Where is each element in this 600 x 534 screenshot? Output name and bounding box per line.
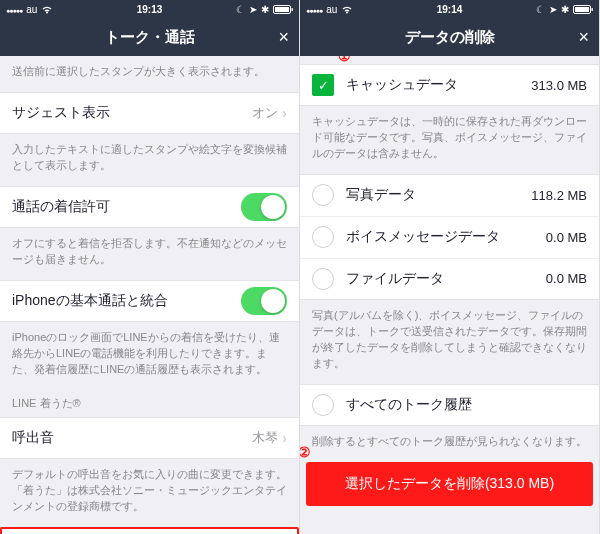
- radio-voice[interactable]: [312, 226, 334, 248]
- location-icon: ➤: [249, 4, 257, 15]
- desc-integration: iPhoneのロック画面でLINEからの着信を受けたり、連絡先からLINEの電話…: [0, 322, 299, 390]
- row-cache-data[interactable]: ✓ キャッシュデータ 313.0 MB: [300, 64, 599, 106]
- desc-ringtone: デフォルトの呼出音をお気に入りの曲に変更できます。「着うた」は株式会社ソニー・ミ…: [0, 459, 299, 527]
- row-all-history[interactable]: すべてのトーク履歴: [300, 384, 599, 426]
- row-value: 木琴: [252, 429, 278, 447]
- row-iphone-integration[interactable]: iPhoneの基本通話と統合: [0, 280, 299, 322]
- radio-cache[interactable]: ✓: [312, 74, 334, 96]
- carrier-label: au: [326, 4, 337, 15]
- row-delete-data[interactable]: データの削除 ›: [0, 527, 299, 534]
- row-label: ボイスメッセージデータ: [346, 228, 500, 246]
- status-time: 19:13: [137, 4, 163, 15]
- section-header-ringtone: LINE 着うた®: [0, 390, 299, 418]
- location-icon: ➤: [549, 4, 557, 15]
- desc-cache: キャッシュデータは、一時的に保存された再ダウンロード可能なデータです。写真、ボイ…: [300, 106, 599, 174]
- row-size: 118.2 MB: [531, 188, 587, 203]
- status-time: 19:14: [437, 4, 463, 15]
- row-label: すべてのトーク履歴: [346, 396, 472, 414]
- desc-media-data: 写真(アルバムを除く)、ボイスメッセージ、ファイルのデータは、トークで送受信され…: [300, 300, 599, 384]
- radio-file[interactable]: [312, 268, 334, 290]
- delete-data-list: ① ✓ キャッシュデータ 313.0 MB キャッシュデータは、一時的に保存され…: [300, 56, 599, 534]
- row-size: 313.0 MB: [531, 78, 587, 93]
- screen-delete-data: au 19:14 ☾ ➤ ✱ データの削除 × ① ✓ キャッシュデータ 313…: [300, 0, 600, 534]
- row-photo-data[interactable]: 写真データ 118.2 MB: [300, 174, 599, 216]
- desc-suggest: 入力したテキストに適したスタンプや絵文字を変換候補として表示します。: [0, 134, 299, 186]
- nav-bar: データの削除 ×: [300, 18, 599, 56]
- row-suggest-display[interactable]: サジェスト表示 オン ›: [0, 92, 299, 134]
- row-label: 呼出音: [12, 429, 54, 447]
- close-icon[interactable]: ×: [578, 27, 589, 48]
- desc-all-history: 削除するとすべてのトーク履歴が見られなくなります。: [300, 426, 599, 462]
- row-incoming-calls[interactable]: 通話の着信許可: [0, 186, 299, 228]
- toggle-incoming[interactable]: [241, 193, 287, 221]
- moon-icon: ☾: [236, 4, 245, 15]
- signal-dots-icon: [306, 4, 322, 15]
- nav-title: データの削除: [405, 28, 495, 47]
- row-label: キャッシュデータ: [346, 76, 458, 94]
- chevron-right-icon: ›: [282, 430, 287, 446]
- row-label: iPhoneの基本通話と統合: [12, 292, 168, 310]
- toggle-integration[interactable]: [241, 287, 287, 315]
- delete-button-label: 選択したデータを削除(313.0 MB): [345, 475, 554, 493]
- desc-stamp: 送信前に選択したスタンプが大きく表示されます。: [0, 56, 299, 92]
- svg-rect-5: [575, 7, 589, 12]
- chevron-right-icon: ›: [282, 105, 287, 121]
- close-icon[interactable]: ×: [278, 27, 289, 48]
- row-size: 0.0 MB: [546, 271, 587, 286]
- signal-dots-icon: [6, 4, 22, 15]
- row-label: 通話の着信許可: [12, 198, 110, 216]
- svg-rect-4: [592, 8, 593, 11]
- bluetooth-icon: ✱: [261, 4, 269, 15]
- battery-icon: [573, 5, 593, 14]
- delete-selected-button[interactable]: 選択したデータを削除(313.0 MB): [306, 462, 593, 506]
- settings-list: 送信前に選択したスタンプが大きく表示されます。 サジェスト表示 オン › 入力し…: [0, 56, 299, 534]
- row-label: 写真データ: [346, 186, 416, 204]
- radio-photo[interactable]: [312, 184, 334, 206]
- row-label: ファイルデータ: [346, 270, 444, 288]
- screen-talk-settings: au 19:13 ☾ ➤ ✱ トーク・通話 × 送信前に選択したスタンプが大きく…: [0, 0, 300, 534]
- row-voice-data[interactable]: ボイスメッセージデータ 0.0 MB: [300, 216, 599, 258]
- svg-rect-2: [275, 7, 289, 12]
- bluetooth-icon: ✱: [561, 4, 569, 15]
- status-bar: au 19:14 ☾ ➤ ✱: [300, 0, 599, 18]
- carrier-label: au: [26, 4, 37, 15]
- svg-rect-1: [292, 8, 293, 11]
- moon-icon: ☾: [536, 4, 545, 15]
- nav-title: トーク・通話: [105, 28, 195, 47]
- row-value: オン: [252, 104, 278, 122]
- radio-all-history[interactable]: [312, 394, 334, 416]
- status-bar: au 19:13 ☾ ➤ ✱: [0, 0, 299, 18]
- wifi-icon: [41, 5, 53, 14]
- wifi-icon: [341, 5, 353, 14]
- nav-bar: トーク・通話 ×: [0, 18, 299, 56]
- callout-2: ②: [300, 444, 311, 460]
- row-ringtone[interactable]: 呼出音 木琴 ›: [0, 417, 299, 459]
- callout-1: ①: [338, 56, 351, 64]
- row-size: 0.0 MB: [546, 230, 587, 245]
- battery-icon: [273, 5, 293, 14]
- row-label: サジェスト表示: [12, 104, 110, 122]
- desc-incoming: オフにすると着信を拒否します。不在通知などのメッセージも届きません。: [0, 228, 299, 280]
- row-file-data[interactable]: ファイルデータ 0.0 MB: [300, 258, 599, 300]
